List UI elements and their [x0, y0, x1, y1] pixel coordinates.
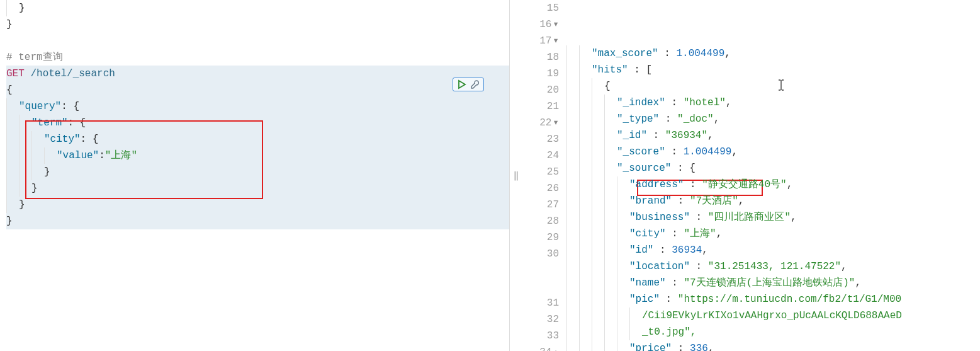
fold-down-icon[interactable]: ▾ [553, 115, 559, 131]
code-line: "_index" : "hotel", [566, 95, 980, 111]
play-icon[interactable] [457, 79, 467, 89]
http-path: /hotel/_search [30, 66, 115, 82]
line-number: 31 [522, 295, 559, 311]
code-line: "location" : "31.251433, 121.47522", [566, 258, 980, 275]
line-number: 30 [522, 246, 559, 262]
line-number: 34▴ [522, 344, 559, 351]
line-number: 17▾ [522, 33, 559, 49]
line-number: 16▾ [522, 16, 559, 33]
code-line: "pic" : "https://m.tuniucdn.com/fb2/t1/G… [566, 291, 980, 308]
code-line: "_score" : 1.004499, [566, 144, 980, 160]
code-line: "address" : "静安交通路40号", [566, 176, 980, 193]
wrench-icon[interactable] [470, 79, 480, 89]
code-line: "brand" : "7天酒店", [566, 193, 980, 209]
code-line: "_source" : { [566, 160, 980, 176]
line-number: 15 [522, 0, 559, 16]
fold-down-icon[interactable]: ▾ [553, 33, 559, 49]
line-number: 26 [522, 180, 559, 197]
line-number: 18 [522, 49, 559, 66]
line-number: 19 [522, 66, 559, 82]
code-line: "max_score" : 1.004499, [566, 45, 980, 62]
line-gutter: 1516▾17▾1819202122▾2324252627282930 3132… [522, 0, 566, 351]
code-line: "business" : "四川北路商业区", [566, 209, 980, 226]
code-line-continuation: /Cii9EVkyLrKIXo1vAAHgrxo_pUcAALcKQLD688A… [566, 308, 980, 324]
code-line: "hits" : [ [566, 62, 980, 78]
code-line: "id" : 36934, [566, 242, 980, 258]
comment-line: # term查询 [6, 49, 63, 66]
code-line: "price" : 336, [566, 340, 980, 351]
svg-marker-0 [459, 81, 465, 88]
code-line-continuation: _t0.jpg", [566, 324, 980, 340]
fold-down-icon[interactable]: ▾ [553, 16, 559, 33]
line-number: 20 [522, 82, 559, 98]
divider-handle-icon: ‖ [514, 170, 519, 181]
code-line: { [566, 78, 980, 95]
code-line: "city" : "上海", [566, 226, 980, 242]
http-method: GET [6, 66, 25, 82]
run-query-toolbar[interactable] [453, 78, 484, 91]
fold-up-icon[interactable]: ▴ [553, 344, 559, 351]
request-code[interactable]: } } # term查询 GET /hotel/_search { "query… [0, 0, 509, 229]
code-line: "_id" : "36934", [566, 127, 980, 144]
line-number: 23 [522, 131, 559, 147]
line-number: 32 [522, 311, 559, 328]
line-number: 27 [522, 197, 559, 213]
line-number: 29 [522, 229, 559, 246]
line-number: 28 [522, 213, 559, 229]
line-number: 22▾ [522, 115, 559, 131]
line-number: 24 [522, 147, 559, 164]
request-editor-pane[interactable]: } } # term查询 GET /hotel/_search { "query… [0, 0, 510, 351]
response-viewer-pane[interactable]: 1516▾17▾1819202122▾2324252627282930 3132… [522, 0, 980, 351]
code-line: "name" : "7天连锁酒店(上海宝山路地铁站店)", [566, 275, 980, 291]
line-number: 25 [522, 164, 559, 180]
code-line: "_type" : "_doc", [566, 111, 980, 127]
line-number: 21 [522, 98, 559, 115]
pane-divider[interactable]: ‖ [510, 0, 522, 351]
response-code: "max_score" : 1.004499,"hits" : [{"_inde… [566, 0, 980, 351]
line-number: 33 [522, 328, 559, 344]
